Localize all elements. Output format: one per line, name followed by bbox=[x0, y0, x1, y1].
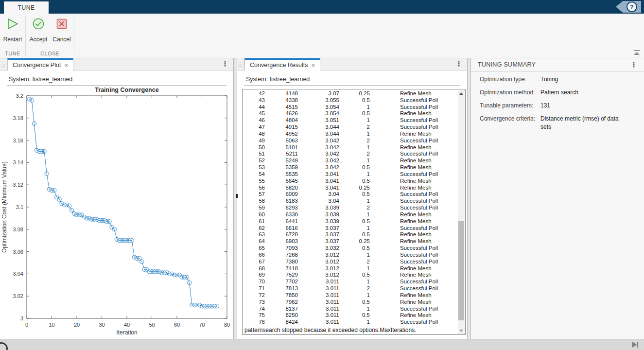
table-cell: Refine Mesh bbox=[400, 299, 457, 306]
table-cell: 6903 bbox=[265, 238, 298, 245]
table-row[interactable]: 6367283.0370.5Refine Mesh bbox=[243, 231, 457, 238]
table-row[interactable]: 6874183.0121Refine Mesh bbox=[243, 265, 457, 272]
table-cell bbox=[370, 238, 400, 245]
table-cell: 1 bbox=[339, 292, 370, 299]
table-row[interactable]: 5252493.0421Refine Mesh bbox=[243, 158, 457, 164]
table-row[interactable]: 6975293.0120.5Refine Mesh bbox=[243, 272, 457, 279]
table-cell: 59 bbox=[243, 205, 265, 211]
table-cell bbox=[370, 279, 400, 285]
table-row[interactable]: 6266163.0371Successful Poll bbox=[243, 225, 457, 232]
table-row[interactable]: 5760093.040.5Successful Poll bbox=[243, 191, 457, 198]
table-row[interactable]: 6672683.0121Successful Poll bbox=[243, 252, 457, 259]
table-row[interactable]: 4749153.0442Successful Poll bbox=[243, 124, 457, 131]
skip-to-end-icon[interactable] bbox=[632, 341, 640, 348]
table-row[interactable]: 7582503.0110.5Refine Mesh bbox=[243, 312, 457, 319]
panel-splitter-handle[interactable] bbox=[236, 194, 238, 198]
table-cell: 0.25 bbox=[339, 185, 370, 192]
accept-button[interactable]: Accept bbox=[27, 17, 50, 43]
tuning-summary-title: TUNING SUMMARY bbox=[478, 61, 536, 68]
table-row[interactable]: 6570933.0320.5Successful Poll bbox=[243, 245, 457, 252]
table-cell: 4148 bbox=[265, 90, 298, 97]
table-cell bbox=[370, 245, 400, 252]
scrollbar-thumb[interactable] bbox=[458, 221, 464, 320]
table-row[interactable]: 4445153.0541Successful Poll bbox=[243, 104, 457, 111]
panel-grip-handle[interactable] bbox=[238, 61, 243, 68]
table-row[interactable]: 6773803.0122Successful Poll bbox=[243, 259, 457, 265]
table-row[interactable]: 5556453.0410.5Refine Mesh bbox=[243, 178, 457, 185]
table-row[interactable]: 7379623.0110.5Refine Mesh bbox=[243, 299, 457, 306]
table-cell: 3.037 bbox=[298, 225, 339, 232]
close-tab-icon[interactable]: × bbox=[64, 62, 68, 69]
table-row[interactable]: 6164413.0390.5Refine Mesh bbox=[243, 218, 457, 225]
results-table-rows: 4241483.070.25Refine Mesh4343383.0550.5S… bbox=[243, 90, 457, 326]
svg-text:Training Convergence: Training Convergence bbox=[95, 87, 158, 93]
table-cell bbox=[370, 231, 400, 238]
table-row[interactable]: 6469033.0370.25Refine Mesh bbox=[243, 238, 457, 245]
table-row[interactable]: 7684243.0111Successful Poll bbox=[243, 319, 457, 326]
table-cell: 2 bbox=[339, 259, 370, 265]
tab-tune[interactable]: TUNE bbox=[4, 1, 49, 14]
table-cell: 3.042 bbox=[298, 151, 339, 158]
table-row[interactable]: 4546263.0540.5Refine Mesh bbox=[243, 110, 457, 117]
panel-grip-handle[interactable] bbox=[1, 61, 5, 68]
table-cell bbox=[370, 252, 400, 259]
scroll-down-icon[interactable] bbox=[458, 327, 465, 334]
table-row[interactable]: 4241483.070.25Refine Mesh bbox=[243, 90, 457, 97]
table-cell bbox=[370, 312, 400, 319]
table-cell: 1 bbox=[339, 104, 370, 111]
close-tab-icon[interactable]: × bbox=[312, 62, 315, 69]
table-row[interactable]: 5152113.0422Successful Poll bbox=[243, 151, 457, 158]
table-cell: 6293 bbox=[265, 205, 298, 211]
tab-convergence-results[interactable]: Convergence Results × bbox=[244, 58, 320, 70]
table-cell: 1 bbox=[339, 252, 370, 259]
table-cell: Successful Poll bbox=[400, 306, 457, 313]
collapse-ribbon-button[interactable] bbox=[633, 50, 640, 57]
table-cell bbox=[370, 319, 400, 326]
panel-menu-icon[interactable]: ⋮ bbox=[455, 60, 462, 68]
table-cell bbox=[370, 292, 400, 299]
table-cell: 60 bbox=[243, 211, 265, 218]
restart-button[interactable]: Restart bbox=[1, 17, 24, 43]
table-row[interactable]: 4343383.0550.5Successful Poll bbox=[243, 97, 457, 104]
table-cell bbox=[370, 144, 400, 151]
table-cell: Refine Mesh bbox=[400, 231, 457, 238]
table-row[interactable]: 7481373.0111Successful Poll bbox=[243, 306, 457, 313]
table-cell: 3.054 bbox=[298, 104, 339, 111]
results-table: 4241483.070.25Refine Mesh4343383.0550.5S… bbox=[242, 89, 466, 335]
scroll-up-icon[interactable] bbox=[458, 90, 465, 97]
table-row[interactable]: 4950633.0422Successful Poll bbox=[243, 138, 457, 144]
table-cell: Refine Mesh bbox=[400, 90, 457, 97]
table-cell: 3.042 bbox=[298, 164, 339, 171]
table-row[interactable]: 5962933.0392Successful Poll bbox=[243, 205, 457, 211]
table-row[interactable]: 5861833.041Successful Poll bbox=[243, 198, 457, 205]
table-cell: 3.032 bbox=[298, 245, 339, 252]
table-row[interactable]: 4849523.0441Refine Mesh bbox=[243, 131, 457, 138]
restart-play-icon bbox=[6, 18, 19, 30]
table-row[interactable]: 6063303.0391Refine Mesh bbox=[243, 211, 457, 218]
table-cell: Successful Poll bbox=[400, 279, 457, 285]
table-cell: 67 bbox=[243, 259, 265, 265]
table-cell: 0.5 bbox=[339, 178, 370, 185]
table-row[interactable]: 7278503.0111Refine Mesh bbox=[243, 292, 457, 299]
table-row[interactable]: 5455353.0411Successful Poll bbox=[243, 171, 457, 178]
table-row[interactable]: 5051013.0421Refine Mesh bbox=[243, 144, 457, 151]
tab-convergence-plot[interactable]: Convergence Plot × bbox=[7, 58, 73, 70]
cancel-button[interactable]: Cancel bbox=[50, 17, 73, 43]
panel-menu-icon[interactable]: ⋮ bbox=[222, 60, 228, 68]
help-button[interactable]: ? bbox=[616, 1, 641, 13]
table-cell bbox=[370, 164, 400, 171]
table-row[interactable]: 4648043.0511Successful Poll bbox=[243, 117, 457, 124]
table-cell: 49 bbox=[243, 138, 265, 144]
table-row[interactable]: 5658203.0410.25Refine Mesh bbox=[243, 185, 457, 192]
svg-text:Optimization Cost (Minimum Val: Optimization Cost (Minimum Value) bbox=[1, 161, 8, 253]
panel-menu-icon[interactable]: ⋮ bbox=[630, 61, 637, 69]
table-row[interactable]: 7077023.0111Successful Poll bbox=[243, 279, 457, 285]
table-cell: 3.039 bbox=[298, 218, 339, 225]
results-scrollbar[interactable] bbox=[458, 90, 465, 334]
svg-text:20: 20 bbox=[74, 322, 80, 328]
table-row[interactable]: 7178133.0112Successful Poll bbox=[243, 285, 457, 292]
table-row[interactable]: 5353593.0420.5Refine Mesh bbox=[243, 164, 457, 171]
table-cell: 57 bbox=[243, 191, 265, 198]
table-cell: 0.5 bbox=[339, 231, 370, 238]
table-cell bbox=[370, 205, 400, 211]
